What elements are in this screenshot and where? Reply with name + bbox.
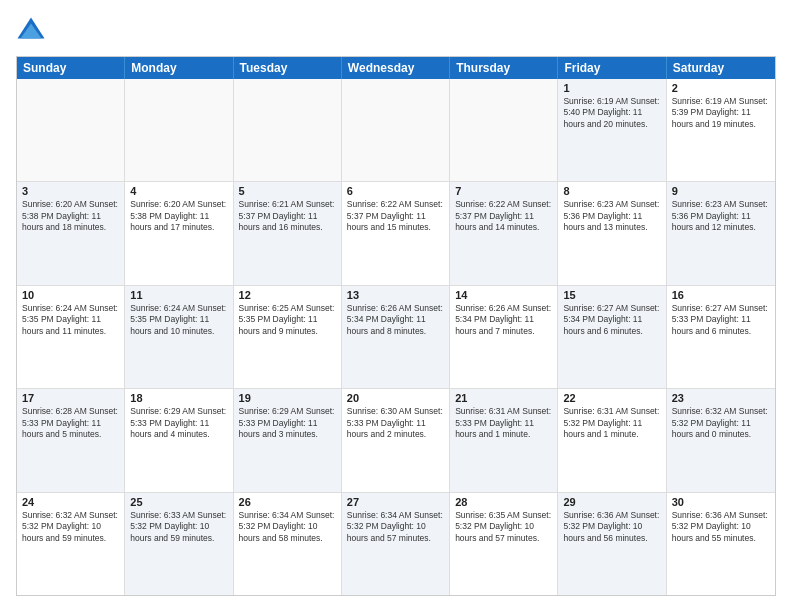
calendar-cell: 24Sunrise: 6:32 AM Sunset: 5:32 PM Dayli… [17,493,125,595]
day-number: 16 [672,289,770,301]
cell-info: Sunrise: 6:27 AM Sunset: 5:34 PM Dayligh… [563,303,660,337]
day-number: 2 [672,82,770,94]
calendar-cell [17,79,125,181]
calendar-cell: 3Sunrise: 6:20 AM Sunset: 5:38 PM Daylig… [17,182,125,284]
calendar-cell: 9Sunrise: 6:23 AM Sunset: 5:36 PM Daylig… [667,182,775,284]
calendar-header-cell: Saturday [667,57,775,79]
calendar-cell: 22Sunrise: 6:31 AM Sunset: 5:32 PM Dayli… [558,389,666,491]
cell-info: Sunrise: 6:22 AM Sunset: 5:37 PM Dayligh… [347,199,444,233]
calendar-cell: 18Sunrise: 6:29 AM Sunset: 5:33 PM Dayli… [125,389,233,491]
day-number: 23 [672,392,770,404]
cell-info: Sunrise: 6:24 AM Sunset: 5:35 PM Dayligh… [130,303,227,337]
calendar: SundayMondayTuesdayWednesdayThursdayFrid… [16,56,776,596]
day-number: 11 [130,289,227,301]
cell-info: Sunrise: 6:31 AM Sunset: 5:32 PM Dayligh… [563,406,660,440]
logo-icon [16,16,46,46]
calendar-cell: 28Sunrise: 6:35 AM Sunset: 5:32 PM Dayli… [450,493,558,595]
calendar-header-cell: Friday [558,57,666,79]
cell-info: Sunrise: 6:19 AM Sunset: 5:39 PM Dayligh… [672,96,770,130]
calendar-cell: 11Sunrise: 6:24 AM Sunset: 5:35 PM Dayli… [125,286,233,388]
calendar-cell: 17Sunrise: 6:28 AM Sunset: 5:33 PM Dayli… [17,389,125,491]
calendar-cell: 26Sunrise: 6:34 AM Sunset: 5:32 PM Dayli… [234,493,342,595]
calendar-cell: 4Sunrise: 6:20 AM Sunset: 5:38 PM Daylig… [125,182,233,284]
calendar-cell: 7Sunrise: 6:22 AM Sunset: 5:37 PM Daylig… [450,182,558,284]
calendar-row: 10Sunrise: 6:24 AM Sunset: 5:35 PM Dayli… [17,285,775,388]
cell-info: Sunrise: 6:36 AM Sunset: 5:32 PM Dayligh… [672,510,770,544]
day-number: 27 [347,496,444,508]
cell-info: Sunrise: 6:35 AM Sunset: 5:32 PM Dayligh… [455,510,552,544]
calendar-cell: 1Sunrise: 6:19 AM Sunset: 5:40 PM Daylig… [558,79,666,181]
calendar-cell: 13Sunrise: 6:26 AM Sunset: 5:34 PM Dayli… [342,286,450,388]
calendar-cell: 10Sunrise: 6:24 AM Sunset: 5:35 PM Dayli… [17,286,125,388]
cell-info: Sunrise: 6:28 AM Sunset: 5:33 PM Dayligh… [22,406,119,440]
calendar-cell: 27Sunrise: 6:34 AM Sunset: 5:32 PM Dayli… [342,493,450,595]
day-number: 7 [455,185,552,197]
header [16,16,776,46]
day-number: 30 [672,496,770,508]
day-number: 29 [563,496,660,508]
cell-info: Sunrise: 6:26 AM Sunset: 5:34 PM Dayligh… [347,303,444,337]
calendar-cell: 5Sunrise: 6:21 AM Sunset: 5:37 PM Daylig… [234,182,342,284]
cell-info: Sunrise: 6:32 AM Sunset: 5:32 PM Dayligh… [22,510,119,544]
calendar-row: 1Sunrise: 6:19 AM Sunset: 5:40 PM Daylig… [17,79,775,181]
calendar-cell [234,79,342,181]
day-number: 5 [239,185,336,197]
cell-info: Sunrise: 6:34 AM Sunset: 5:32 PM Dayligh… [347,510,444,544]
cell-info: Sunrise: 6:25 AM Sunset: 5:35 PM Dayligh… [239,303,336,337]
calendar-cell: 25Sunrise: 6:33 AM Sunset: 5:32 PM Dayli… [125,493,233,595]
calendar-cell [125,79,233,181]
day-number: 22 [563,392,660,404]
cell-info: Sunrise: 6:21 AM Sunset: 5:37 PM Dayligh… [239,199,336,233]
calendar-cell: 21Sunrise: 6:31 AM Sunset: 5:33 PM Dayli… [450,389,558,491]
calendar-cell: 14Sunrise: 6:26 AM Sunset: 5:34 PM Dayli… [450,286,558,388]
calendar-body: 1Sunrise: 6:19 AM Sunset: 5:40 PM Daylig… [17,79,775,595]
cell-info: Sunrise: 6:22 AM Sunset: 5:37 PM Dayligh… [455,199,552,233]
calendar-cell [342,79,450,181]
calendar-row: 17Sunrise: 6:28 AM Sunset: 5:33 PM Dayli… [17,388,775,491]
calendar-header-row: SundayMondayTuesdayWednesdayThursdayFrid… [17,57,775,79]
calendar-row: 24Sunrise: 6:32 AM Sunset: 5:32 PM Dayli… [17,492,775,595]
cell-info: Sunrise: 6:32 AM Sunset: 5:32 PM Dayligh… [672,406,770,440]
day-number: 19 [239,392,336,404]
cell-info: Sunrise: 6:27 AM Sunset: 5:33 PM Dayligh… [672,303,770,337]
day-number: 14 [455,289,552,301]
day-number: 4 [130,185,227,197]
calendar-cell: 2Sunrise: 6:19 AM Sunset: 5:39 PM Daylig… [667,79,775,181]
day-number: 26 [239,496,336,508]
cell-info: Sunrise: 6:20 AM Sunset: 5:38 PM Dayligh… [22,199,119,233]
day-number: 24 [22,496,119,508]
calendar-header-cell: Monday [125,57,233,79]
calendar-cell: 12Sunrise: 6:25 AM Sunset: 5:35 PM Dayli… [234,286,342,388]
calendar-cell: 8Sunrise: 6:23 AM Sunset: 5:36 PM Daylig… [558,182,666,284]
cell-info: Sunrise: 6:29 AM Sunset: 5:33 PM Dayligh… [239,406,336,440]
calendar-cell: 30Sunrise: 6:36 AM Sunset: 5:32 PM Dayli… [667,493,775,595]
day-number: 15 [563,289,660,301]
day-number: 25 [130,496,227,508]
cell-info: Sunrise: 6:29 AM Sunset: 5:33 PM Dayligh… [130,406,227,440]
cell-info: Sunrise: 6:19 AM Sunset: 5:40 PM Dayligh… [563,96,660,130]
cell-info: Sunrise: 6:33 AM Sunset: 5:32 PM Dayligh… [130,510,227,544]
day-number: 10 [22,289,119,301]
day-number: 28 [455,496,552,508]
day-number: 17 [22,392,119,404]
calendar-cell: 29Sunrise: 6:36 AM Sunset: 5:32 PM Dayli… [558,493,666,595]
cell-info: Sunrise: 6:31 AM Sunset: 5:33 PM Dayligh… [455,406,552,440]
day-number: 12 [239,289,336,301]
calendar-header-cell: Tuesday [234,57,342,79]
calendar-header-cell: Wednesday [342,57,450,79]
cell-info: Sunrise: 6:23 AM Sunset: 5:36 PM Dayligh… [672,199,770,233]
cell-info: Sunrise: 6:30 AM Sunset: 5:33 PM Dayligh… [347,406,444,440]
day-number: 18 [130,392,227,404]
calendar-row: 3Sunrise: 6:20 AM Sunset: 5:38 PM Daylig… [17,181,775,284]
calendar-header-cell: Thursday [450,57,558,79]
cell-info: Sunrise: 6:23 AM Sunset: 5:36 PM Dayligh… [563,199,660,233]
calendar-cell: 19Sunrise: 6:29 AM Sunset: 5:33 PM Dayli… [234,389,342,491]
calendar-cell: 16Sunrise: 6:27 AM Sunset: 5:33 PM Dayli… [667,286,775,388]
cell-info: Sunrise: 6:24 AM Sunset: 5:35 PM Dayligh… [22,303,119,337]
cell-info: Sunrise: 6:34 AM Sunset: 5:32 PM Dayligh… [239,510,336,544]
day-number: 8 [563,185,660,197]
calendar-cell [450,79,558,181]
page: SundayMondayTuesdayWednesdayThursdayFrid… [0,0,792,612]
day-number: 13 [347,289,444,301]
calendar-header-cell: Sunday [17,57,125,79]
